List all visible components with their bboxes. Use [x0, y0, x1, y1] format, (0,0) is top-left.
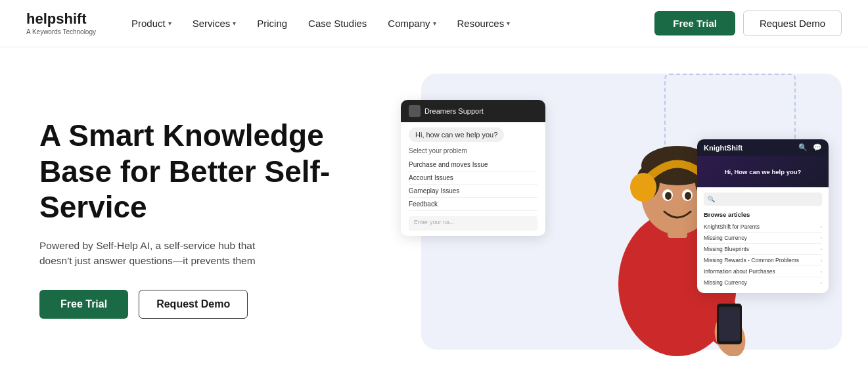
nav-pricing[interactable]: Pricing — [248, 12, 296, 34]
chat-icon[interactable]: 💬 — [813, 143, 822, 152]
logo-tagline: A Keywords Technology — [26, 28, 96, 35]
chevron-right-icon: › — [821, 269, 822, 274]
support-chat-card: Dreamers Support Hi, how can we help you… — [401, 100, 545, 236]
search-icon: 🔍 — [708, 196, 715, 202]
hero-request-demo-button[interactable]: Request Demo — [139, 290, 248, 319]
chevron-down-icon: ▾ — [507, 20, 510, 27]
kb-card-icons: 🔍 💬 — [798, 143, 822, 152]
browse-articles-title: Browse articles — [704, 211, 822, 218]
select-problem-label: Select your problem — [409, 147, 537, 154]
article-item-3[interactable]: Missing Rewards - Common Problems › — [704, 255, 822, 266]
kb-card-title: KnightShift — [704, 144, 742, 152]
knowledge-base-card: KnightShift 🔍 💬 Hi, How can we help you?… — [697, 139, 829, 293]
chat-card-logo — [409, 105, 421, 117]
article-item-5[interactable]: Missing Currency › — [704, 277, 822, 288]
nav-product[interactable]: Product ▾ — [122, 12, 181, 34]
chevron-right-icon: › — [821, 236, 822, 241]
nav-resources[interactable]: Resources ▾ — [448, 12, 520, 34]
header: helpshift A Keywords Technology Product … — [0, 0, 868, 47]
hero-free-trial-button[interactable]: Free Trial — [39, 290, 128, 319]
kb-hero-text: Hi, How can we help you? — [725, 168, 802, 175]
kb-hero-banner: Hi, How can we help you? — [697, 156, 829, 187]
chevron-right-icon: › — [821, 281, 822, 285]
svg-point-10 — [665, 192, 672, 200]
svg-rect-15 — [719, 307, 740, 341]
option-0: Purchase and moves Issue — [409, 158, 537, 172]
svg-point-6 — [630, 173, 656, 202]
nav-services[interactable]: Services ▾ — [183, 12, 246, 34]
hero-illustration: Dreamers Support Hi, how can we help you… — [394, 74, 829, 363]
article-item-1[interactable]: Missing Currency › — [704, 233, 822, 244]
chat-card-title: Dreamers Support — [424, 107, 484, 115]
chevron-down-icon: ▾ — [168, 20, 171, 27]
chevron-right-icon: › — [821, 247, 822, 252]
hero-title: A Smart Knowledge Base for Better Self-S… — [39, 118, 368, 225]
chevron-right-icon: › — [821, 225, 822, 229]
search-icon[interactable]: 🔍 — [798, 143, 808, 152]
logo-prefix: help — [26, 11, 56, 27]
chevron-down-icon: ▾ — [233, 20, 236, 27]
chat-card-body: Hi, how can we help you? Select your pro… — [401, 122, 545, 236]
hero-buttons: Free Trial Request Demo — [39, 290, 368, 319]
kb-card-body: 🔍 Browse articles KnightShift for Parent… — [697, 187, 829, 293]
kb-card-header: KnightShift 🔍 💬 — [697, 139, 829, 156]
nav-case-studies[interactable]: Case Studies — [299, 12, 376, 34]
article-item-2[interactable]: Missing Blueprints › — [704, 244, 822, 255]
main-nav: Product ▾ Services ▾ Pricing Case Studie… — [122, 12, 654, 34]
hero-content: A Smart Knowledge Base for Better Self-S… — [39, 118, 368, 318]
hero-subtitle: Powered by Self-Help AI, a self-service … — [39, 238, 289, 269]
option-2: Gameplay Issues — [409, 185, 537, 198]
chevron-right-icon: › — [821, 258, 822, 263]
nav-company[interactable]: Company ▾ — [378, 12, 445, 34]
header-request-demo-button[interactable]: Request Demo — [743, 11, 842, 36]
header-free-trial-button[interactable]: Free Trial — [654, 11, 735, 35]
chat-card-header: Dreamers Support — [401, 100, 545, 122]
option-3: Feedback — [409, 198, 537, 211]
name-input-field[interactable]: Enter your na... — [409, 216, 537, 231]
article-item-0[interactable]: KnightShift for Parents › — [704, 221, 822, 233]
logo-bold: shift — [56, 11, 86, 27]
chat-greeting: Hi, how can we help you? — [409, 127, 504, 142]
header-actions: Free Trial Request Demo — [654, 11, 842, 36]
chevron-down-icon: ▾ — [433, 20, 436, 27]
kb-search-bar[interactable]: 🔍 — [704, 193, 822, 206]
article-item-4[interactable]: Information about Purchases › — [704, 266, 822, 277]
svg-point-11 — [685, 192, 691, 200]
logo[interactable]: helpshift A Keywords Technology — [26, 11, 96, 35]
option-1: Account Issues — [409, 172, 537, 185]
hero-section: A Smart Knowledge Base for Better Self-S… — [0, 47, 868, 368]
